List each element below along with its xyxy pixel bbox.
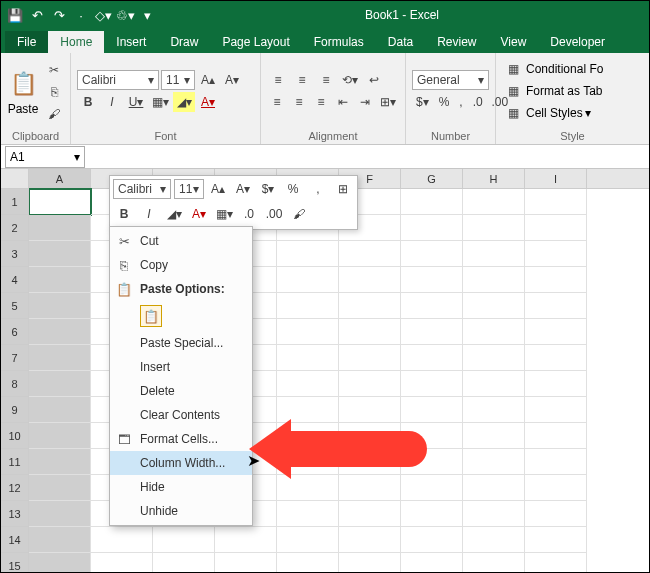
copy-icon[interactable]: ⎘ <box>43 82 65 102</box>
cell[interactable] <box>339 345 401 371</box>
ctx-copy[interactable]: ⎘Copy <box>110 253 252 277</box>
cell[interactable] <box>525 189 587 215</box>
qat-customize-icon[interactable]: ▾ <box>139 7 155 23</box>
cut-icon[interactable]: ✂ <box>43 60 65 80</box>
cell[interactable] <box>463 475 525 501</box>
align-center-icon[interactable]: ≡ <box>289 92 309 112</box>
number-format-select[interactable]: General▾ <box>412 70 489 90</box>
cell[interactable] <box>277 293 339 319</box>
cell[interactable] <box>401 553 463 572</box>
cell[interactable] <box>463 319 525 345</box>
row-header-1[interactable]: 1 <box>1 189 28 215</box>
cell[interactable] <box>91 553 153 572</box>
cell[interactable] <box>29 527 91 553</box>
ctx-hide[interactable]: Hide <box>110 475 252 499</box>
cell[interactable] <box>463 423 525 449</box>
row-header-4[interactable]: 4 <box>1 267 28 293</box>
cell[interactable] <box>401 189 463 215</box>
cell[interactable] <box>525 345 587 371</box>
mini-increase-font-icon[interactable]: A▴ <box>207 179 229 199</box>
cell[interactable] <box>525 241 587 267</box>
row-header-6[interactable]: 6 <box>1 319 28 345</box>
cell[interactable] <box>463 553 525 572</box>
cell[interactable] <box>339 501 401 527</box>
tab-file[interactable]: File <box>5 31 48 53</box>
align-left-icon[interactable]: ≡ <box>267 92 287 112</box>
mini-decimal-dec-icon[interactable]: .00 <box>263 204 285 224</box>
mini-decrease-font-icon[interactable]: A▾ <box>232 179 254 199</box>
cell[interactable] <box>463 293 525 319</box>
increase-indent-icon[interactable]: ⇥ <box>355 92 375 112</box>
row-header-15[interactable]: 15 <box>1 553 28 573</box>
cell[interactable] <box>91 527 153 553</box>
redo-icon[interactable]: ↷ <box>51 7 67 23</box>
tab-page-layout[interactable]: Page Layout <box>210 31 301 53</box>
align-top-icon[interactable]: ≡ <box>267 70 289 90</box>
column-header-A[interactable]: A <box>29 169 91 188</box>
cell[interactable] <box>463 215 525 241</box>
row-header-2[interactable]: 2 <box>1 215 28 241</box>
name-box[interactable]: A1▾ <box>5 146 85 168</box>
row-header-3[interactable]: 3 <box>1 241 28 267</box>
cell[interactable] <box>215 553 277 572</box>
cell[interactable] <box>401 241 463 267</box>
cell[interactable] <box>29 475 91 501</box>
decrease-indent-icon[interactable]: ⇤ <box>333 92 353 112</box>
cell[interactable] <box>401 371 463 397</box>
cell[interactable] <box>463 449 525 475</box>
ctx-format-cells[interactable]: 🗔Format Cells... <box>110 427 252 451</box>
align-bottom-icon[interactable]: ≡ <box>315 70 337 90</box>
cell[interactable] <box>29 397 91 423</box>
ctx-delete[interactable]: Delete <box>110 379 252 403</box>
font-name-select[interactable]: Calibri▾ <box>77 70 159 90</box>
tab-review[interactable]: Review <box>425 31 488 53</box>
cell[interactable] <box>29 241 91 267</box>
cell[interactable] <box>401 345 463 371</box>
cell[interactable] <box>277 501 339 527</box>
borders-icon[interactable]: ▦▾ <box>149 92 171 112</box>
mini-format-painter-icon[interactable]: 🖌 <box>288 204 310 224</box>
row-header-11[interactable]: 11 <box>1 449 28 475</box>
currency-icon[interactable]: $▾ <box>412 92 433 112</box>
fill-color-icon[interactable]: ◢▾ <box>173 92 195 112</box>
mini-fill-color-icon[interactable]: ◢▾ <box>163 204 185 224</box>
mini-percent-icon[interactable]: % <box>282 179 304 199</box>
cell[interactable] <box>525 501 587 527</box>
cell[interactable] <box>339 319 401 345</box>
cell[interactable] <box>463 345 525 371</box>
format-as-table-label[interactable]: Format as Tab <box>526 84 602 98</box>
row-header-8[interactable]: 8 <box>1 371 28 397</box>
ctx-column-width[interactable]: Column Width... <box>110 451 252 475</box>
font-color-icon[interactable]: A▾ <box>197 92 219 112</box>
orientation-icon[interactable]: ⟲▾ <box>339 70 361 90</box>
cell[interactable] <box>401 397 463 423</box>
mini-bold-button[interactable]: B <box>113 204 135 224</box>
cell[interactable] <box>153 527 215 553</box>
tab-data[interactable]: Data <box>376 31 425 53</box>
cell[interactable] <box>525 215 587 241</box>
cell[interactable] <box>277 553 339 572</box>
cell[interactable] <box>401 319 463 345</box>
mini-currency-icon[interactable]: $▾ <box>257 179 279 199</box>
cell[interactable] <box>29 293 91 319</box>
format-painter-icon[interactable]: 🖌 <box>43 104 65 124</box>
cell[interactable] <box>525 553 587 572</box>
cell[interactable] <box>277 345 339 371</box>
cell[interactable] <box>29 267 91 293</box>
cell[interactable] <box>277 319 339 345</box>
ctx-clear-contents[interactable]: Clear Contents <box>110 403 252 427</box>
increase-font-icon[interactable]: A▴ <box>197 70 219 90</box>
comma-icon[interactable]: , <box>455 92 466 112</box>
merge-center-icon[interactable]: ⊞▾ <box>377 92 399 112</box>
format-as-table-icon[interactable]: ▦ <box>502 81 524 101</box>
row-header-5[interactable]: 5 <box>1 293 28 319</box>
cell[interactable] <box>463 371 525 397</box>
cell[interactable] <box>525 423 587 449</box>
wrap-text-icon[interactable]: ↩ <box>363 70 385 90</box>
underline-button[interactable]: U▾ <box>125 92 147 112</box>
cell[interactable] <box>339 371 401 397</box>
cell[interactable] <box>401 215 463 241</box>
conditional-formatting-label[interactable]: Conditional Fo <box>526 62 603 76</box>
cell[interactable] <box>29 553 91 572</box>
cell[interactable] <box>525 449 587 475</box>
